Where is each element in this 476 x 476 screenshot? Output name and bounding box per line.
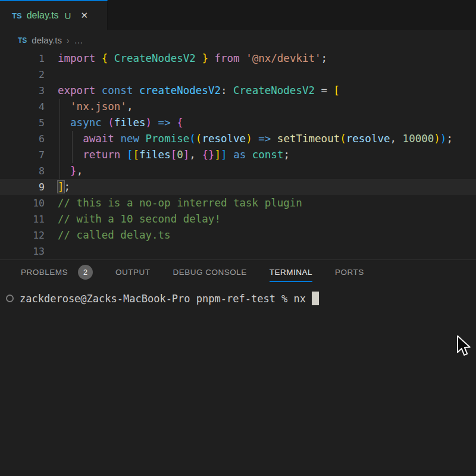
line-number[interactable]: 10 <box>0 198 45 209</box>
code-token: as <box>227 149 252 161</box>
code-line[interactable]: 13 <box>0 243 476 259</box>
code-token: ( <box>340 133 346 145</box>
code-line[interactable]: 9]; <box>0 179 476 195</box>
code-text[interactable]: export const createNodesV2: CreateNodesV… <box>45 83 340 99</box>
panel-tab-output[interactable]: OUTPUT <box>115 263 151 282</box>
code-token: { <box>177 117 183 129</box>
code-token: return <box>83 149 127 161</box>
code-line[interactable]: 12// called delay.ts <box>0 227 476 243</box>
code-line[interactable]: 11// with a 10 second delay! <box>0 211 476 227</box>
command-decoration-icon <box>6 295 14 302</box>
breadcrumb-file[interactable]: delay.ts <box>32 35 62 45</box>
panel-tab-label: DEBUG CONSOLE <box>173 268 247 277</box>
code-token: const <box>102 84 139 96</box>
code-token: ] <box>221 149 227 161</box>
panel-tab-label: PORTS <box>335 268 364 277</box>
code-token: files <box>114 117 146 129</box>
breadcrumb: TS delay.ts › … <box>0 30 476 51</box>
line-number[interactable]: 5 <box>0 117 45 129</box>
panel-tab-terminal[interactable]: TERMINAL <box>270 263 312 282</box>
code-line[interactable]: 7 return [[files[0], {}]] as const; <box>0 147 476 163</box>
editor-tab-bar: TS delay.ts U ✕ <box>0 0 476 30</box>
line-number[interactable]: 4 <box>0 101 45 112</box>
code-text[interactable]: ]; <box>45 179 70 195</box>
code-token <box>208 52 215 64</box>
typescript-file-icon: TS <box>18 36 27 45</box>
line-number[interactable]: 9 <box>0 181 45 193</box>
panel-tab-problems[interactable]: PROBLEMS2 <box>21 260 93 285</box>
code-token: [ <box>133 149 139 161</box>
line-number[interactable]: 2 <box>0 69 45 80</box>
terminal[interactable]: zackderose@Zacks-MacBook-Pro pnpm-ref-te… <box>0 290 476 306</box>
code-line[interactable]: 8 }, <box>0 163 476 179</box>
code-line[interactable]: 6 await new Promise((resolve) => setTime… <box>0 131 476 147</box>
code-text[interactable]: // with a 10 second delay! <box>45 211 221 227</box>
code-token: = <box>315 84 334 96</box>
code-line[interactable]: 10// this is a no-op interred task plugi… <box>0 195 476 211</box>
code-token: { <box>102 52 108 64</box>
code-token: ) <box>146 117 152 129</box>
line-number[interactable]: 13 <box>0 246 45 257</box>
code-token: : <box>221 84 233 96</box>
code-token: => <box>152 117 177 129</box>
code-token: , <box>390 133 403 145</box>
code-line[interactable]: 4 'nx.json', <box>0 99 476 115</box>
git-untracked-badge: U <box>65 11 71 21</box>
code-token: [ <box>171 149 177 161</box>
panel-tab-debug-console[interactable]: DEBUG CONSOLE <box>173 263 247 282</box>
code-token: new <box>120 133 145 145</box>
chevron-right-icon: › <box>67 36 70 45</box>
panel-tab-ports[interactable]: PORTS <box>335 263 364 282</box>
code-token: } <box>202 52 208 64</box>
code-line[interactable]: 3export const createNodesV2: CreateNodes… <box>0 83 476 99</box>
code-text[interactable]: return [[files[0], {}]] as const; <box>45 147 290 163</box>
breadcrumb-more[interactable]: … <box>74 35 83 45</box>
code-token: // with a 10 second delay! <box>58 213 221 225</box>
line-number[interactable]: 1 <box>0 53 45 64</box>
code-token: ( <box>189 133 196 145</box>
code-token <box>58 101 70 112</box>
code-token: CreateNodesV2 <box>114 52 196 64</box>
code-token: ] <box>58 181 64 193</box>
code-editor[interactable]: 1import { CreateNodesV2 } from '@nx/devk… <box>0 51 476 259</box>
code-text[interactable]: // called delay.ts <box>45 227 171 243</box>
panel-tab-label: TERMINAL <box>270 268 312 277</box>
code-token: ) <box>246 133 252 145</box>
line-number[interactable]: 8 <box>0 165 45 177</box>
tab-delay-ts[interactable]: TS delay.ts U ✕ <box>0 0 108 30</box>
panel-tab-label: OUTPUT <box>115 268 151 277</box>
code-text[interactable]: await new Promise((resolve) => setTimeou… <box>45 131 453 147</box>
code-token: 0 <box>177 149 183 161</box>
code-text[interactable]: 'nx.json', <box>45 99 133 115</box>
code-token <box>108 52 114 64</box>
code-token: resolve <box>202 133 246 145</box>
code-token: export <box>58 84 102 96</box>
code-token: createNodesV2 <box>139 84 221 96</box>
code-token: ( <box>196 133 202 145</box>
code-token: setTimeout <box>277 133 340 145</box>
tab-label: delay.ts <box>27 10 59 21</box>
code-token: => <box>252 133 277 145</box>
line-number[interactable]: 7 <box>0 149 45 161</box>
code-token: async <box>70 117 108 129</box>
code-text[interactable]: }, <box>45 163 83 179</box>
typescript-file-icon: TS <box>12 11 22 20</box>
code-text[interactable]: async (files) => { <box>45 115 183 131</box>
code-token: from <box>214 52 246 64</box>
code-token: '@nx/devkit' <box>246 52 321 64</box>
code-line[interactable]: 2 <box>0 67 476 83</box>
close-icon[interactable]: ✕ <box>80 10 88 21</box>
line-number[interactable]: 6 <box>0 133 45 145</box>
code-line[interactable]: 5 async (files) => { <box>0 115 476 131</box>
code-text[interactable]: // this is a no-op interred task plugin <box>45 195 302 211</box>
terminal-cursor <box>312 292 319 305</box>
line-number[interactable]: 11 <box>0 214 45 225</box>
code-text[interactable]: import { CreateNodesV2 } from '@nx/devki… <box>45 51 327 67</box>
line-number[interactable]: 12 <box>0 230 45 241</box>
code-token: resolve <box>346 133 390 145</box>
code-line[interactable]: 1import { CreateNodesV2 } from '@nx/devk… <box>0 51 476 67</box>
code-token: ] <box>215 149 221 161</box>
line-number[interactable]: 3 <box>0 85 45 96</box>
code-token <box>196 52 202 64</box>
code-token: [ <box>334 84 340 96</box>
